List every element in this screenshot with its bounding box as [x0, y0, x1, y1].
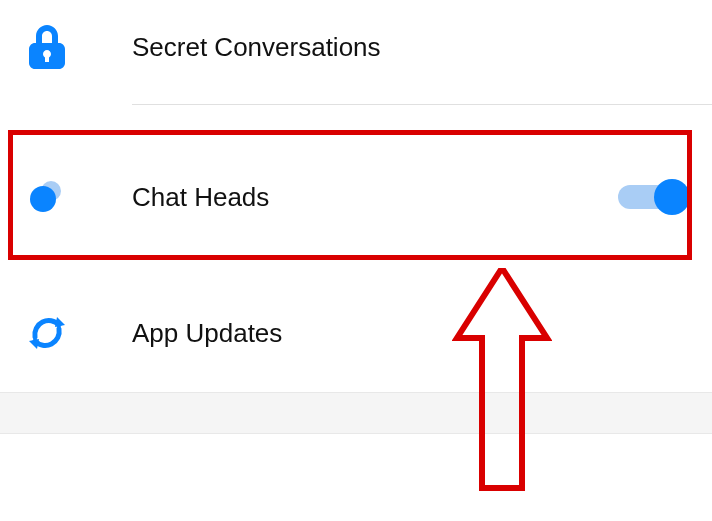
divider: [132, 104, 712, 105]
row-app-updates[interactable]: App Updates: [0, 286, 712, 380]
sync-icon: [22, 313, 72, 353]
row-label: App Updates: [132, 318, 282, 349]
svg-marker-3: [29, 339, 39, 349]
chat-heads-toggle[interactable]: [618, 179, 690, 215]
row-label: Chat Heads: [132, 182, 269, 213]
row-secret-conversations[interactable]: Secret Conversations: [0, 0, 712, 94]
settings-list: Secret Conversations Chat Heads App U: [0, 0, 712, 521]
svg-point-1: [30, 186, 56, 212]
svg-marker-2: [55, 317, 65, 327]
row-chat-heads[interactable]: Chat Heads: [0, 150, 712, 244]
chat-heads-icon: [22, 177, 72, 217]
lock-icon: [22, 25, 72, 69]
section-gap: [0, 392, 712, 434]
row-label: Secret Conversations: [132, 32, 381, 63]
